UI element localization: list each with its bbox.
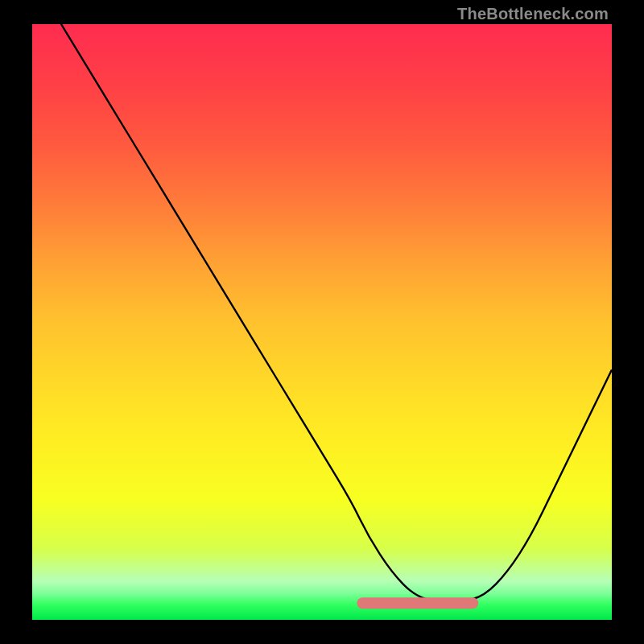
chart-stage: TheBottleneck.com: [0, 0, 644, 644]
plot-area: [32, 24, 612, 620]
bottleneck-curve: [61, 24, 612, 602]
watermark-text: TheBottleneck.com: [457, 5, 609, 23]
curve-layer: [32, 24, 612, 620]
